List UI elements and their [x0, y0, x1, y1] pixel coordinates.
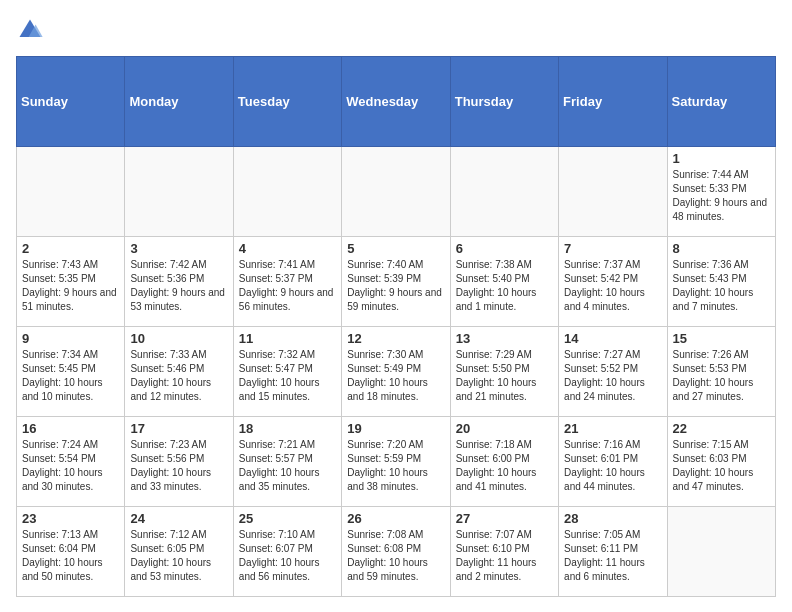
calendar-day-cell: 4Sunrise: 7:41 AM Sunset: 5:37 PM Daylig…: [233, 237, 341, 327]
day-info: Sunrise: 7:10 AM Sunset: 6:07 PM Dayligh…: [239, 528, 336, 584]
day-info: Sunrise: 7:43 AM Sunset: 5:35 PM Dayligh…: [22, 258, 119, 314]
weekday-header: Sunday: [17, 57, 125, 147]
weekday-header: Wednesday: [342, 57, 450, 147]
day-number: 5: [347, 241, 444, 256]
day-number: 1: [673, 151, 770, 166]
day-info: Sunrise: 7:32 AM Sunset: 5:47 PM Dayligh…: [239, 348, 336, 404]
calendar-day-cell: 17Sunrise: 7:23 AM Sunset: 5:56 PM Dayli…: [125, 417, 233, 507]
calendar-day-cell: 10Sunrise: 7:33 AM Sunset: 5:46 PM Dayli…: [125, 327, 233, 417]
day-info: Sunrise: 7:44 AM Sunset: 5:33 PM Dayligh…: [673, 168, 770, 224]
calendar-day-cell: 20Sunrise: 7:18 AM Sunset: 6:00 PM Dayli…: [450, 417, 558, 507]
day-info: Sunrise: 7:38 AM Sunset: 5:40 PM Dayligh…: [456, 258, 553, 314]
day-info: Sunrise: 7:20 AM Sunset: 5:59 PM Dayligh…: [347, 438, 444, 494]
day-info: Sunrise: 7:23 AM Sunset: 5:56 PM Dayligh…: [130, 438, 227, 494]
calendar-day-cell: 12Sunrise: 7:30 AM Sunset: 5:49 PM Dayli…: [342, 327, 450, 417]
day-number: 11: [239, 331, 336, 346]
calendar-day-cell: 27Sunrise: 7:07 AM Sunset: 6:10 PM Dayli…: [450, 507, 558, 597]
day-number: 6: [456, 241, 553, 256]
day-info: Sunrise: 7:27 AM Sunset: 5:52 PM Dayligh…: [564, 348, 661, 404]
logo-icon: [16, 16, 44, 44]
day-info: Sunrise: 7:36 AM Sunset: 5:43 PM Dayligh…: [673, 258, 770, 314]
day-info: Sunrise: 7:42 AM Sunset: 5:36 PM Dayligh…: [130, 258, 227, 314]
calendar-day-cell: 25Sunrise: 7:10 AM Sunset: 6:07 PM Dayli…: [233, 507, 341, 597]
calendar-day-cell: 18Sunrise: 7:21 AM Sunset: 5:57 PM Dayli…: [233, 417, 341, 507]
calendar-day-cell: [559, 147, 667, 237]
calendar-day-cell: 11Sunrise: 7:32 AM Sunset: 5:47 PM Dayli…: [233, 327, 341, 417]
day-info: Sunrise: 7:26 AM Sunset: 5:53 PM Dayligh…: [673, 348, 770, 404]
day-number: 12: [347, 331, 444, 346]
calendar-day-cell: [125, 147, 233, 237]
day-info: Sunrise: 7:16 AM Sunset: 6:01 PM Dayligh…: [564, 438, 661, 494]
calendar-week-row: 2Sunrise: 7:43 AM Sunset: 5:35 PM Daylig…: [17, 237, 776, 327]
calendar-day-cell: [450, 147, 558, 237]
day-info: Sunrise: 7:18 AM Sunset: 6:00 PM Dayligh…: [456, 438, 553, 494]
day-number: 26: [347, 511, 444, 526]
day-number: 2: [22, 241, 119, 256]
day-number: 15: [673, 331, 770, 346]
calendar-day-cell: 21Sunrise: 7:16 AM Sunset: 6:01 PM Dayli…: [559, 417, 667, 507]
day-info: Sunrise: 7:34 AM Sunset: 5:45 PM Dayligh…: [22, 348, 119, 404]
calendar-header-row: SundayMondayTuesdayWednesdayThursdayFrid…: [17, 57, 776, 147]
weekday-header: Thursday: [450, 57, 558, 147]
day-number: 28: [564, 511, 661, 526]
calendar-week-row: 9Sunrise: 7:34 AM Sunset: 5:45 PM Daylig…: [17, 327, 776, 417]
calendar-day-cell: 7Sunrise: 7:37 AM Sunset: 5:42 PM Daylig…: [559, 237, 667, 327]
calendar-week-row: 23Sunrise: 7:13 AM Sunset: 6:04 PM Dayli…: [17, 507, 776, 597]
day-number: 8: [673, 241, 770, 256]
day-number: 3: [130, 241, 227, 256]
day-info: Sunrise: 7:33 AM Sunset: 5:46 PM Dayligh…: [130, 348, 227, 404]
day-info: Sunrise: 7:29 AM Sunset: 5:50 PM Dayligh…: [456, 348, 553, 404]
day-number: 18: [239, 421, 336, 436]
calendar-day-cell: 16Sunrise: 7:24 AM Sunset: 5:54 PM Dayli…: [17, 417, 125, 507]
day-number: 13: [456, 331, 553, 346]
day-number: 9: [22, 331, 119, 346]
day-info: Sunrise: 7:21 AM Sunset: 5:57 PM Dayligh…: [239, 438, 336, 494]
calendar-day-cell: [17, 147, 125, 237]
calendar-day-cell: [667, 507, 775, 597]
day-number: 25: [239, 511, 336, 526]
calendar-day-cell: 2Sunrise: 7:43 AM Sunset: 5:35 PM Daylig…: [17, 237, 125, 327]
day-number: 10: [130, 331, 227, 346]
day-info: Sunrise: 7:12 AM Sunset: 6:05 PM Dayligh…: [130, 528, 227, 584]
page-header: [16, 16, 776, 44]
day-number: 27: [456, 511, 553, 526]
calendar-day-cell: 13Sunrise: 7:29 AM Sunset: 5:50 PM Dayli…: [450, 327, 558, 417]
calendar-day-cell: 14Sunrise: 7:27 AM Sunset: 5:52 PM Dayli…: [559, 327, 667, 417]
day-number: 7: [564, 241, 661, 256]
calendar-day-cell: 23Sunrise: 7:13 AM Sunset: 6:04 PM Dayli…: [17, 507, 125, 597]
day-info: Sunrise: 7:15 AM Sunset: 6:03 PM Dayligh…: [673, 438, 770, 494]
calendar-day-cell: 6Sunrise: 7:38 AM Sunset: 5:40 PM Daylig…: [450, 237, 558, 327]
calendar-day-cell: [342, 147, 450, 237]
calendar-day-cell: 8Sunrise: 7:36 AM Sunset: 5:43 PM Daylig…: [667, 237, 775, 327]
day-number: 14: [564, 331, 661, 346]
day-number: 22: [673, 421, 770, 436]
day-info: Sunrise: 7:13 AM Sunset: 6:04 PM Dayligh…: [22, 528, 119, 584]
weekday-header: Friday: [559, 57, 667, 147]
weekday-header: Tuesday: [233, 57, 341, 147]
day-info: Sunrise: 7:24 AM Sunset: 5:54 PM Dayligh…: [22, 438, 119, 494]
day-info: Sunrise: 7:30 AM Sunset: 5:49 PM Dayligh…: [347, 348, 444, 404]
calendar-week-row: 1Sunrise: 7:44 AM Sunset: 5:33 PM Daylig…: [17, 147, 776, 237]
day-info: Sunrise: 7:05 AM Sunset: 6:11 PM Dayligh…: [564, 528, 661, 584]
day-number: 17: [130, 421, 227, 436]
day-number: 21: [564, 421, 661, 436]
weekday-header: Saturday: [667, 57, 775, 147]
calendar-day-cell: 1Sunrise: 7:44 AM Sunset: 5:33 PM Daylig…: [667, 147, 775, 237]
day-info: Sunrise: 7:08 AM Sunset: 6:08 PM Dayligh…: [347, 528, 444, 584]
day-info: Sunrise: 7:41 AM Sunset: 5:37 PM Dayligh…: [239, 258, 336, 314]
calendar-table: SundayMondayTuesdayWednesdayThursdayFrid…: [16, 56, 776, 597]
calendar-week-row: 16Sunrise: 7:24 AM Sunset: 5:54 PM Dayli…: [17, 417, 776, 507]
calendar-day-cell: 22Sunrise: 7:15 AM Sunset: 6:03 PM Dayli…: [667, 417, 775, 507]
day-info: Sunrise: 7:37 AM Sunset: 5:42 PM Dayligh…: [564, 258, 661, 314]
day-number: 19: [347, 421, 444, 436]
calendar-day-cell: 19Sunrise: 7:20 AM Sunset: 5:59 PM Dayli…: [342, 417, 450, 507]
calendar-day-cell: 3Sunrise: 7:42 AM Sunset: 5:36 PM Daylig…: [125, 237, 233, 327]
day-number: 24: [130, 511, 227, 526]
day-number: 4: [239, 241, 336, 256]
day-number: 16: [22, 421, 119, 436]
calendar-day-cell: 5Sunrise: 7:40 AM Sunset: 5:39 PM Daylig…: [342, 237, 450, 327]
day-number: 23: [22, 511, 119, 526]
logo: [16, 16, 48, 44]
calendar-day-cell: 24Sunrise: 7:12 AM Sunset: 6:05 PM Dayli…: [125, 507, 233, 597]
day-number: 20: [456, 421, 553, 436]
